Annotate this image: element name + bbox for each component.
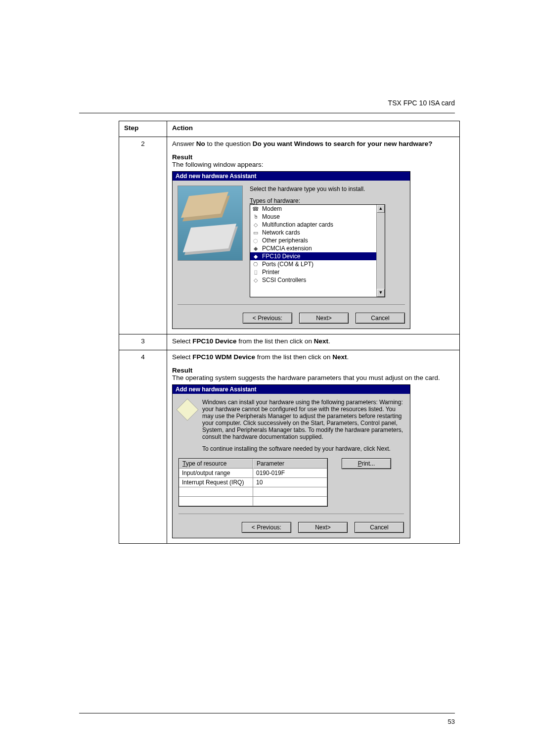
text-bold: FPC10 Device [192,337,236,345]
cancel-button[interactable]: Cancel [355,522,404,533]
text-bold: Next [314,337,328,345]
result-text: The following window appears: [172,161,454,168]
col-type-header: Type of resource [179,459,253,469]
resource-table: Type of resource Parameter Input/output … [178,458,328,507]
fpc10-icon: ◆ [252,253,259,260]
list-item-selected[interactable]: ◆FPC10 Device [250,252,385,260]
list-item-label: Multifunction adapter cards [262,221,333,228]
text: to the question [205,140,253,147]
step-number: 2 [119,137,167,334]
resource-type: Input/output range [179,469,253,478]
text: from the list then click on [255,353,332,361]
list-item[interactable]: 🖱Mouse [250,213,385,221]
empty-cell [253,497,327,506]
modem-icon: ☎ [252,205,259,212]
col-action-header: Action [167,121,460,137]
page-number: 53 [448,718,455,725]
wizard-continue-text: To continue installing the software need… [202,445,404,452]
list-item-label: Other peripherals [262,237,308,244]
step-action: Select FPC10 Device from the list then c… [167,334,460,350]
network-icon: ▭ [252,229,259,236]
wizard-instruction: Select the hardware type you wish to ins… [250,186,405,192]
list-item-label: Ports (COM & LPT) [262,261,313,268]
print-button[interactable]: Print... [342,458,391,469]
cancel-button[interactable]: Cancel [356,313,405,324]
list-item[interactable]: ☎Modem [250,205,385,213]
result-text: The operating system suggests the hardwa… [172,374,454,381]
scroll-up-button[interactable]: ▲ [377,205,385,213]
types-label: Types of hardware: [250,197,405,204]
previous-button[interactable]: < Previous: [243,313,292,324]
step-number: 3 [119,334,167,350]
text: . [347,353,349,361]
result-label: Result [172,153,454,161]
footer-rule [79,713,455,713]
list-item[interactable]: ▭Network cards [250,229,385,236]
list-item-label: FPC10 Device [262,253,300,260]
text: Select [172,353,192,361]
empty-cell [179,487,253,497]
text-bold: FPC10 WDM Device [192,353,255,361]
list-item[interactable]: ◇SCSI Controllers [250,276,385,284]
text: Answer [172,140,196,147]
wizard-art [178,186,243,261]
col-param-header: Parameter [253,459,327,469]
wizard-dialog-2: Add new hardware Assistant Windows can i… [172,384,410,538]
ports-icon: ⎔ [252,261,259,268]
text: from the list then click on [237,337,314,345]
previous-button[interactable]: < Previous: [242,522,291,533]
scrollbar[interactable]: ▲ ▼ [376,205,385,297]
wizard-titlebar: Add new hardware Assistant [173,172,410,181]
hardware-types-list[interactable]: ☎Modem 🖱Mouse ◇Multifunction adapter car… [250,204,385,297]
multifunction-icon: ◇ [252,221,259,228]
step-action: Select FPC10 WDM Device from the list th… [167,350,460,544]
empty-cell [253,487,327,497]
step-number: 4 [119,350,167,544]
next-button[interactable]: Next> [299,313,349,324]
empty-cell [179,497,253,506]
list-item[interactable]: ◇Multifunction adapter cards [250,221,385,229]
warning-icon [176,398,198,421]
header-rule [79,113,455,113]
list-item-label: SCSI Controllers [262,277,306,284]
wizard-body-text: Windows can install your hardware using … [202,399,404,440]
steps-table: Step Action 2 Answer No to the question … [119,121,460,544]
text-bold: Next [332,353,347,361]
other-icon: ◌ [252,237,259,244]
text: Select [172,337,192,345]
list-item-label: Printer [262,269,279,276]
scsi-icon: ◇ [252,277,259,284]
list-item[interactable]: ⎔Ports (COM & LPT) [250,260,385,268]
text-bold: No [196,140,205,147]
list-item-label: Mouse [262,213,280,220]
list-item[interactable]: ◌Other peripherals [250,236,385,244]
step-action: Answer No to the question Do you want Wi… [167,137,460,334]
wizard-dialog-1: Add new hardware Assistant Select the ha… [172,171,410,329]
list-item-label: PCMCIA extension [262,245,312,252]
wizard-titlebar: Add new hardware Assistant [173,385,410,394]
resource-param: 0190-019F [253,469,327,478]
list-item-label: Modem [262,205,282,212]
text-bold: Do you want Windows to search for your n… [253,140,433,147]
doc-header: TSX FPC 10 ISA card [388,99,455,107]
list-item[interactable]: ⌷Printer [250,268,385,276]
list-item[interactable]: ◆PCMCIA extension [250,244,385,252]
resource-type: Interrupt Request (IRQ) [179,478,253,487]
scroll-down-button[interactable]: ▼ [377,289,385,297]
col-step-header: Step [119,121,167,137]
resource-param: 10 [253,478,327,487]
pcmcia-icon: ◆ [252,245,259,252]
text: . [328,337,330,345]
list-item-label: Network cards [262,229,300,236]
next-button[interactable]: Next> [298,522,348,533]
result-label: Result [172,367,454,374]
printer-icon: ⌷ [252,269,259,276]
mouse-icon: 🖱 [252,213,259,220]
